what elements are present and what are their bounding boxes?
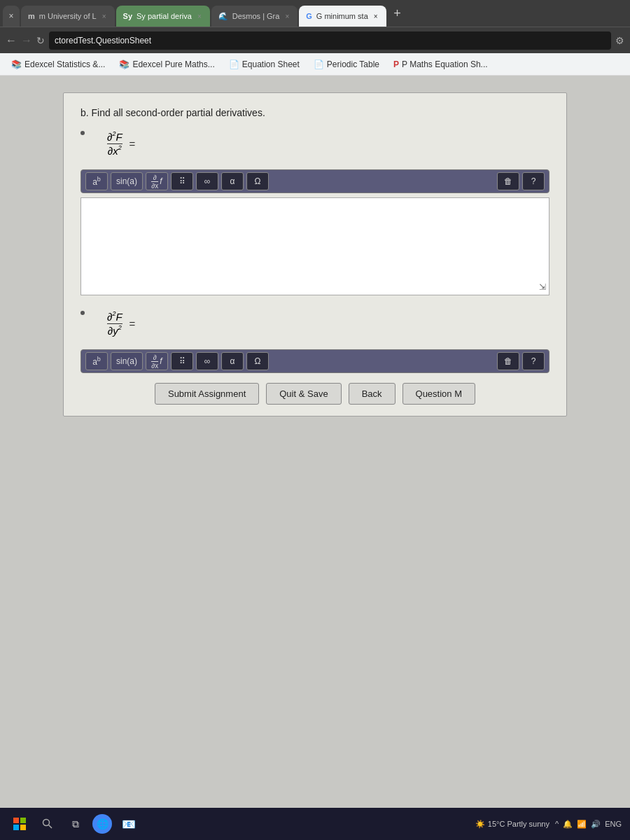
infinity-label-2: ∞: [204, 356, 211, 366]
tab-google-close[interactable]: ×: [372, 13, 379, 20]
bookmark-edexcel-stats[interactable]: 📚 Edexcel Statistics &...: [6, 57, 111, 71]
tab-university-close[interactable]: ×: [101, 13, 108, 20]
submit-assignment-button[interactable]: Submit Assignment: [155, 383, 259, 405]
alpha-button-1[interactable]: α: [221, 172, 244, 190]
help-label-1: ?: [531, 176, 536, 186]
partial-button-2[interactable]: ∂ ∂x f: [146, 352, 168, 370]
address-bar: ← → ↻ ⚙: [0, 27, 630, 53]
tab-google[interactable]: G G minimum sta ×: [299, 6, 386, 27]
taskbar: ⧉ 🌐 📧 ☀️ 15°C Partly sunny ^ 🔔 📶 🔊 ENG: [0, 808, 630, 840]
chrome-taskbar[interactable]: 🌐: [92, 814, 112, 834]
trash-button-2[interactable]: 🗑: [497, 352, 519, 370]
ab-label-2: ab: [92, 356, 101, 367]
close-icon[interactable]: ×: [8, 11, 13, 21]
resize-handle-1[interactable]: ⇲: [539, 282, 546, 292]
partial-label-1: ∂ ∂x: [151, 174, 158, 190]
tab-google-label: G minimum sta: [316, 12, 368, 20]
partial-label-2: ∂ ∂x: [151, 354, 158, 370]
outlook-taskbar[interactable]: 📧: [118, 813, 140, 835]
tab-partial-label: Sy partial deriva: [136, 12, 192, 20]
tray-wifi[interactable]: 📶: [577, 820, 587, 829]
ab-button-2[interactable]: ab: [85, 352, 108, 370]
part-b-label: b. Find all second-order partial derivat…: [80, 107, 550, 118]
content-area: b. Find all second-order partial derivat…: [0, 76, 630, 808]
svg-point-4: [43, 820, 50, 826]
tab-desmos-label: Desmos | Gra: [232, 12, 280, 20]
first-derivative-row: ∂2F ∂x2 =: [80, 131, 550, 164]
omega-label-2: Ω: [255, 356, 261, 366]
windows-button[interactable]: [8, 813, 31, 835]
tray-chevron[interactable]: ^: [555, 820, 559, 828]
search-taskbar-icon[interactable]: [36, 813, 59, 835]
grid-icon-1: ⠿: [179, 176, 186, 186]
tab-bar: × m m University of L × Sy Sy partial de…: [0, 0, 630, 27]
alpha-button-2[interactable]: α: [221, 352, 244, 370]
tab-google-icon: G: [306, 12, 312, 20]
new-tab-button[interactable]: +: [388, 4, 407, 23]
omega-button-2[interactable]: Ω: [246, 352, 269, 370]
infinity-button-1[interactable]: ∞: [196, 172, 218, 190]
first-derivative-math: ∂2F ∂x2 =: [107, 131, 135, 157]
quit-save-button[interactable]: Quit & Save: [266, 383, 341, 405]
sin-label-1: sin(a): [116, 176, 137, 186]
sin-button-1[interactable]: sin(a): [111, 172, 143, 190]
bookmark-maths-eq[interactable]: P P Maths Equation Sh...: [388, 57, 493, 71]
alpha-label-2: α: [230, 356, 235, 366]
help-label-2: ?: [531, 356, 536, 366]
tab-desmos-close[interactable]: ×: [284, 13, 290, 20]
trash-button-1[interactable]: 🗑: [497, 172, 519, 190]
fraction-dx2-numerator: ∂2F: [107, 131, 122, 144]
reload-icon[interactable]: ↻: [36, 35, 45, 46]
address-input[interactable]: [49, 31, 611, 50]
bookmark-equation-sheet[interactable]: 📄 Equation Sheet: [223, 57, 305, 71]
bookmark-equation-icon: 📄: [229, 59, 239, 69]
bookmark-edexcel-pure[interactable]: 📚 Edexcel Pure Maths...: [113, 57, 220, 71]
infinity-button-2[interactable]: ∞: [196, 352, 218, 370]
equals-2: =: [130, 318, 136, 330]
fraction-dx2: ∂2F ∂x2: [107, 131, 122, 157]
bookmark-edexcel-pure-label: Edexcel Pure Maths...: [132, 59, 214, 69]
help-button-2[interactable]: ?: [522, 352, 545, 370]
quit-save-label: Quit & Save: [279, 388, 328, 399]
fraction-dy2-denominator: ∂y2: [108, 324, 122, 337]
tab-partial[interactable]: Sy Sy partial deriva ×: [116, 6, 210, 27]
back-button[interactable]: Back: [349, 383, 396, 405]
omega-label-1: Ω: [255, 176, 261, 186]
ab-button-1[interactable]: ab: [85, 172, 108, 190]
bookmark-edexcel-stats-label: Edexcel Statistics &...: [24, 59, 105, 69]
grid-button-1[interactable]: ⠿: [171, 172, 193, 190]
partial-button-1[interactable]: ∂ ∂x f: [146, 172, 168, 190]
bookmark-periodic-table[interactable]: 📄 Periodic Table: [308, 57, 385, 71]
bookmark-maths-icon: P: [393, 59, 399, 69]
tab-university[interactable]: m m University of L ×: [21, 6, 115, 27]
weather-sun-icon: ☀️: [475, 820, 485, 829]
grid-button-2[interactable]: ⠿: [171, 352, 193, 370]
windows-icon: [13, 818, 26, 830]
tray-notif[interactable]: 🔔: [563, 820, 573, 829]
answer-input-1[interactable]: ⇲: [80, 197, 550, 295]
back-nav-icon[interactable]: ←: [6, 34, 17, 47]
tab-partial-icon: Sy: [123, 12, 132, 20]
second-derivative-row: ∂2F ∂y2 =: [80, 311, 550, 344]
forward-nav-icon[interactable]: →: [21, 34, 32, 47]
bookmark-equation-label: Equation Sheet: [242, 59, 300, 69]
second-derivative-block: ∂2F ∂y2 = ab: [80, 311, 550, 373]
tray-volume[interactable]: 🔊: [591, 820, 601, 829]
tab-desmos-icon: 🌊: [218, 12, 228, 21]
tab-close-first[interactable]: ×: [3, 6, 20, 27]
extensions-icon[interactable]: ⚙: [615, 35, 624, 46]
action-row: Submit Assignment Quit & Save Back Quest…: [80, 383, 550, 405]
question-card: b. Find all second-order partial derivat…: [63, 92, 567, 416]
chrome-icon: 🌐: [97, 818, 108, 830]
equals-1: =: [130, 138, 136, 150]
bullet-dot-2: [80, 311, 85, 315]
omega-button-1[interactable]: Ω: [246, 172, 269, 190]
tray-lang: ENG: [605, 820, 622, 828]
sin-button-2[interactable]: sin(a): [111, 352, 143, 370]
bookmark-periodic-label: Periodic Table: [327, 59, 379, 69]
help-button-1[interactable]: ?: [522, 172, 545, 190]
question-m-button[interactable]: Question M: [402, 383, 475, 405]
tab-desmos[interactable]: 🌊 Desmos | Gra ×: [211, 6, 298, 27]
tab-partial-close[interactable]: ×: [196, 13, 203, 20]
taskview-icon[interactable]: ⧉: [64, 813, 87, 835]
